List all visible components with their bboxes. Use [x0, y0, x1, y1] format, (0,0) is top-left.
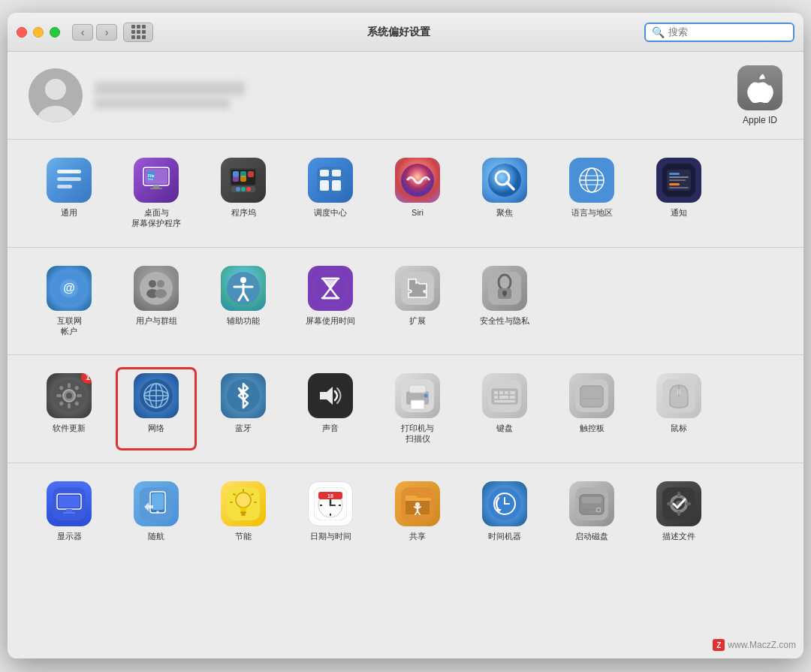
show-all-button[interactable] — [123, 23, 153, 42]
battery-icon — [221, 481, 266, 526]
pref-item-language[interactable]: 语言与地区 — [551, 152, 632, 235]
pref-item-display[interactable]: 显示器 — [29, 475, 110, 547]
titlebar: ‹ › 系统偏好设置 🔍 — [8, 13, 803, 52]
pref-item-datetime[interactable]: 18 日期与时间 — [290, 475, 371, 547]
pref-item-internet[interactable]: @ 互联网帐户 — [29, 260, 110, 343]
svg-point-55 — [240, 277, 246, 283]
network-label: 网络 — [148, 423, 164, 433]
svg-rect-100 — [499, 391, 503, 394]
pref-item-dock[interactable]: 程序坞 — [203, 152, 284, 235]
pref-item-extensions[interactable]: 扩展 — [377, 260, 458, 343]
keyboard-label: 键盘 — [496, 423, 513, 433]
window-title: 系统偏好设置 — [153, 26, 644, 39]
trackpad-icon — [569, 373, 614, 418]
siri-label: Siri — [412, 207, 424, 218]
pref-item-bluetooth[interactable]: 蓝牙 — [203, 367, 284, 451]
dock-label: 程序坞 — [231, 207, 256, 218]
sound-icon — [308, 373, 353, 418]
sidecar-icon — [134, 481, 179, 526]
pref-item-printers[interactable]: 打印机与扫描仪 — [377, 367, 458, 451]
svg-rect-77 — [77, 394, 82, 397]
pref-item-battery[interactable]: 节能 — [203, 475, 284, 547]
datetime-icon: 18 — [308, 481, 353, 526]
svg-text:@: @ — [63, 282, 75, 294]
svg-point-22 — [241, 187, 246, 191]
pref-item-general[interactable]: 通用 — [29, 152, 110, 235]
spotlight-label: 聚焦 — [496, 207, 513, 218]
forward-button[interactable]: › — [96, 24, 117, 41]
profile-left — [29, 68, 245, 122]
network-icon — [134, 373, 179, 418]
general-label: 通用 — [61, 207, 77, 218]
maximize-button[interactable] — [50, 27, 60, 38]
svg-rect-75 — [68, 403, 71, 408]
section1-grid: 通用 File New — [29, 152, 782, 235]
notifications-icon — [656, 158, 701, 203]
mouse-label: 鼠标 — [671, 423, 687, 433]
svg-rect-163 — [677, 492, 680, 497]
pref-item-software[interactable]: 1 软件更新 — [29, 367, 110, 451]
minimize-button[interactable] — [33, 27, 44, 38]
pref-item-trackpad[interactable]: 触控板 — [551, 367, 632, 451]
svg-rect-4 — [57, 177, 81, 181]
svg-point-123 — [236, 493, 251, 508]
pref-item-screentime[interactable]: 屏幕使用时间 — [290, 260, 371, 343]
svg-rect-102 — [510, 391, 515, 394]
svg-rect-99 — [494, 391, 498, 394]
svg-rect-28 — [332, 180, 341, 191]
pref-item-access[interactable]: 辅助功能 — [203, 260, 284, 343]
pref-item-sound[interactable]: 声音 — [290, 367, 371, 451]
apple-id-button[interactable]: Apple ID — [737, 65, 782, 125]
avatar[interactable] — [29, 68, 83, 122]
startup-icon — [569, 481, 614, 526]
svg-rect-45 — [669, 187, 689, 188]
pref-item-spotlight[interactable]: 聚焦 — [464, 152, 545, 235]
svg-rect-120 — [152, 493, 164, 510]
sections-container: 通用 File New — [8, 140, 803, 658]
pref-item-mouse[interactable]: 鼠标 — [638, 367, 719, 451]
traffic-lights — [17, 27, 60, 38]
avatar-icon — [29, 68, 83, 122]
pref-item-siri[interactable]: Siri — [377, 152, 458, 235]
svg-rect-104 — [499, 396, 508, 399]
pref-item-keyboard[interactable]: 键盘 — [464, 367, 545, 451]
grid-icon — [131, 25, 146, 39]
pref-item-sharing[interactable]: 共享 — [377, 475, 458, 547]
spotlight-icon — [482, 158, 527, 203]
pref-item-timemachine[interactable]: 时间机器 — [464, 475, 545, 547]
pref-item-profiles[interactable]: 描述文件 — [638, 475, 719, 547]
mouse-icon — [656, 373, 701, 418]
dock-icon — [221, 158, 266, 203]
svg-rect-26 — [332, 170, 341, 176]
printers-label: 打印机与扫描仪 — [401, 423, 434, 444]
timemachine-icon — [482, 481, 527, 526]
pref-item-network[interactable]: 网络 — [116, 367, 197, 451]
svg-rect-106 — [494, 400, 515, 402]
svg-rect-164 — [677, 511, 680, 516]
search-input[interactable] — [668, 26, 787, 38]
watermark-text: www.MaczZ.com — [728, 640, 796, 650]
svg-rect-70 — [504, 293, 506, 297]
svg-rect-76 — [56, 394, 62, 397]
svg-point-1 — [45, 79, 66, 100]
pref-item-sidecar[interactable]: 随航 — [116, 475, 197, 547]
svg-rect-115 — [59, 496, 80, 508]
pref-item-notifications[interactable]: 通知 — [638, 152, 719, 235]
pref-item-users[interactable]: 用户与群组 — [116, 260, 197, 343]
pref-item-mission[interactable]: 调度中心 — [290, 152, 371, 235]
close-button[interactable] — [17, 27, 27, 38]
svg-text:New: New — [148, 178, 153, 181]
svg-rect-42 — [669, 176, 689, 178]
svg-rect-18 — [233, 176, 239, 182]
pref-item-security[interactable]: 安全性与隐私 — [464, 260, 545, 343]
search-box[interactable]: 🔍 — [644, 23, 794, 42]
desktop-icon: File New — [134, 158, 179, 203]
svg-rect-19 — [240, 176, 246, 182]
security-label: 安全性与隐私 — [480, 315, 529, 326]
svg-rect-93 — [409, 385, 426, 393]
pref-item-desktop[interactable]: File New 桌面与屏幕保护程序 — [116, 152, 197, 235]
svg-rect-117 — [63, 512, 75, 514]
back-button[interactable]: ‹ — [72, 24, 93, 41]
battery-label: 节能 — [235, 531, 252, 541]
pref-item-startup[interactable]: 启动磁盘 — [551, 475, 632, 547]
